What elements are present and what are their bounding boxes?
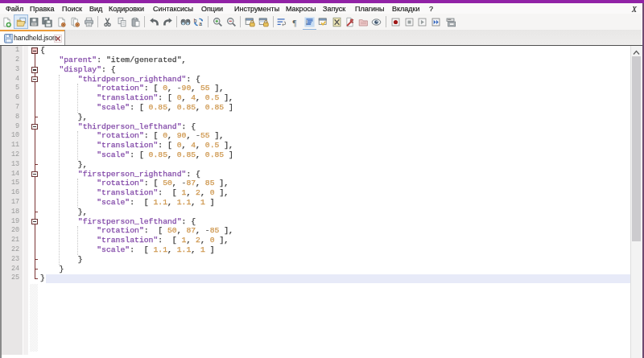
- svg-text:b: b: [193, 18, 196, 23]
- svg-text:¶: ¶: [292, 19, 296, 27]
- svg-text:a: a: [199, 21, 202, 27]
